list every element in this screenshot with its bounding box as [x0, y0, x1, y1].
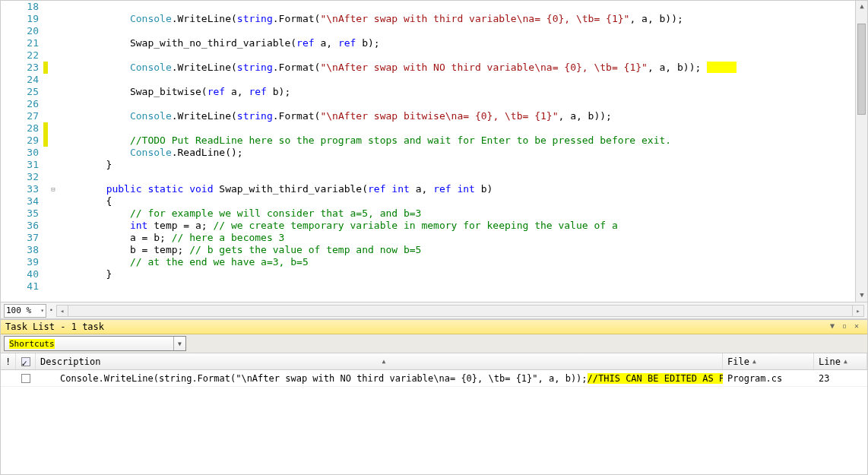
code-line[interactable]: 26	[1, 98, 737, 110]
code-line[interactable]: 18	[1, 1, 737, 13]
line-number: 22	[1, 49, 43, 62]
code-content[interactable]	[59, 25, 737, 37]
scroll-left-button[interactable]: ◂	[56, 305, 68, 317]
code-content[interactable]: Swap_with_no_third_variable(ref a, ref b…	[59, 37, 737, 49]
code-content[interactable]: b = temp; // b gets the value of temp an…	[59, 244, 737, 256]
fold-toggle-icon[interactable]: ⊟	[48, 183, 59, 195]
code-line[interactable]: 20	[1, 25, 737, 37]
code-content[interactable]: }	[59, 159, 737, 171]
code-content[interactable]	[59, 171, 737, 183]
task-check-cell[interactable]	[16, 370, 36, 386]
line-number: 31	[1, 159, 43, 171]
code-content[interactable]: Console.ReadLine();	[59, 147, 737, 159]
code-scroll-area[interactable]: 1819 Console.WriteLine(string.Format("\n…	[1, 1, 867, 302]
vertical-scrollbar[interactable]: ▲ ▼	[855, 1, 867, 302]
zoom-dropdown-icon[interactable]: •	[49, 307, 53, 314]
code-content[interactable]	[59, 98, 737, 110]
code-line[interactable]: 34 {	[1, 195, 737, 207]
fold-toggle-icon	[48, 62, 59, 74]
fold-toggle-icon	[48, 110, 59, 122]
code-content[interactable]: //TODO Put ReadLine here so the program …	[59, 135, 737, 147]
code-line[interactable]: 22	[1, 49, 737, 62]
line-number: 32	[1, 171, 43, 183]
line-number: 23	[1, 62, 43, 74]
code-content[interactable]: Console.WriteLine(string.Format("\nAfter…	[59, 13, 737, 25]
code-line[interactable]: 21 Swap_with_no_third_variable(ref a, re…	[1, 37, 737, 49]
code-content[interactable]	[59, 74, 737, 86]
line-number: 18	[1, 1, 43, 13]
h-scroll-track[interactable]	[68, 305, 852, 317]
code-line[interactable]: 41	[1, 280, 737, 293]
scroll-right-button[interactable]: ▸	[852, 305, 864, 317]
file-header-label: File	[727, 356, 749, 367]
code-content[interactable]	[59, 1, 737, 13]
line-column-header[interactable]: Line ▲	[814, 353, 867, 369]
fold-toggle-icon	[48, 244, 59, 256]
code-line[interactable]: 38 b = temp; // b gets the value of temp…	[1, 244, 737, 256]
window-position-icon[interactable]: ▼	[826, 321, 838, 332]
sort-arrow-icon: ▲	[752, 358, 756, 365]
file-column-header[interactable]: File ▲	[723, 353, 814, 369]
code-line[interactable]: 31 }	[1, 159, 737, 171]
code-content[interactable]: Swap_bitwise(ref a, ref b);	[59, 86, 737, 98]
code-line[interactable]: 33⊟ public static void Swap_with_third_v…	[1, 183, 737, 195]
code-line[interactable]: 19 Console.WriteLine(string.Format("\nAf…	[1, 13, 737, 25]
code-content[interactable]: int temp = a; // we create temporary var…	[59, 220, 737, 232]
code-line[interactable]: 37 a = b; // here a becomes 3	[1, 232, 737, 244]
code-content[interactable]: a = b; // here a becomes 3	[59, 232, 737, 244]
code-line[interactable]: 30 Console.ReadLine();	[1, 147, 737, 159]
fold-toggle-icon	[48, 74, 59, 86]
code-line[interactable]: 36 int temp = a; // we create temporary …	[1, 220, 737, 232]
line-number: 39	[1, 256, 43, 268]
code-content[interactable]: // at the end we have a=3, b=5	[59, 256, 737, 268]
task-list-titlebar[interactable]: Task List - 1 task ▼ ▫ ✕	[1, 320, 867, 334]
horizontal-scrollbar[interactable]: ◂ ▸	[56, 305, 864, 317]
code-line[interactable]: 25 Swap_bitwise(ref a, ref b);	[1, 86, 737, 98]
line-number: 28	[1, 122, 43, 135]
code-line[interactable]: 29 //TODO Put ReadLine here so the progr…	[1, 135, 737, 147]
code-content[interactable]: }	[59, 268, 737, 280]
fold-toggle-icon	[48, 86, 59, 98]
code-line[interactable]: 27 Console.WriteLine(string.Format("\nAf…	[1, 110, 737, 122]
code-line[interactable]: 23 Console.WriteLine(string.Format("\nAf…	[1, 62, 737, 74]
code-content[interactable]: Console.WriteLine(string.Format("\nAfter…	[59, 62, 737, 74]
code-line[interactable]: 39 // at the end we have a=3, b=5	[1, 256, 737, 268]
code-line[interactable]: 35 // for example we will consider that …	[1, 207, 737, 220]
line-number: 25	[1, 86, 43, 98]
line-number: 35	[1, 207, 43, 220]
fold-toggle-icon	[48, 25, 59, 37]
fold-toggle-icon	[48, 37, 59, 49]
code-line[interactable]: 40 }	[1, 268, 737, 280]
scroll-down-button[interactable]: ▼	[856, 290, 867, 302]
line-number: 24	[1, 74, 43, 86]
code-content[interactable]: // for example we will consider that a=5…	[59, 207, 737, 220]
code-content[interactable]: {	[59, 195, 737, 207]
line-number: 21	[1, 37, 43, 49]
code-content[interactable]: public static void Swap_with_third_varia…	[59, 183, 737, 195]
pin-icon[interactable]: ▫	[838, 321, 851, 332]
code-content[interactable]: Console.WriteLine(string.Format("\nAfter…	[59, 110, 737, 122]
code-line[interactable]: 32	[1, 171, 737, 183]
code-line[interactable]: 24	[1, 74, 737, 86]
code-line[interactable]: 28	[1, 122, 737, 135]
line-number: 27	[1, 110, 43, 122]
scroll-up-button[interactable]: ▲	[856, 1, 867, 13]
code-content[interactable]	[59, 49, 737, 62]
zoom-level-combo[interactable]: 100 %	[4, 304, 46, 318]
description-column-header[interactable]: Description ▲	[36, 353, 723, 369]
task-row[interactable]: Console.WriteLine(string.Format("\nAfter…	[1, 370, 867, 387]
fold-toggle-icon	[48, 268, 59, 280]
editor-status-bar: 100 % • ◂ ▸	[1, 302, 867, 318]
checkbox-icon[interactable]	[21, 374, 30, 383]
close-icon[interactable]: ✕	[851, 321, 863, 332]
task-line-cell: 23	[814, 370, 867, 386]
task-filter-combo[interactable]: Shortcuts ▼	[4, 336, 186, 351]
checked-column-header[interactable]: ✓	[16, 353, 36, 369]
scroll-thumb[interactable]	[857, 24, 866, 115]
line-number: 33	[1, 183, 43, 195]
task-priority-cell	[1, 370, 16, 386]
chevron-down-icon[interactable]: ▼	[173, 337, 185, 350]
priority-column-header[interactable]: !	[1, 353, 16, 369]
code-content[interactable]	[59, 122, 737, 135]
code-content[interactable]	[59, 280, 737, 293]
